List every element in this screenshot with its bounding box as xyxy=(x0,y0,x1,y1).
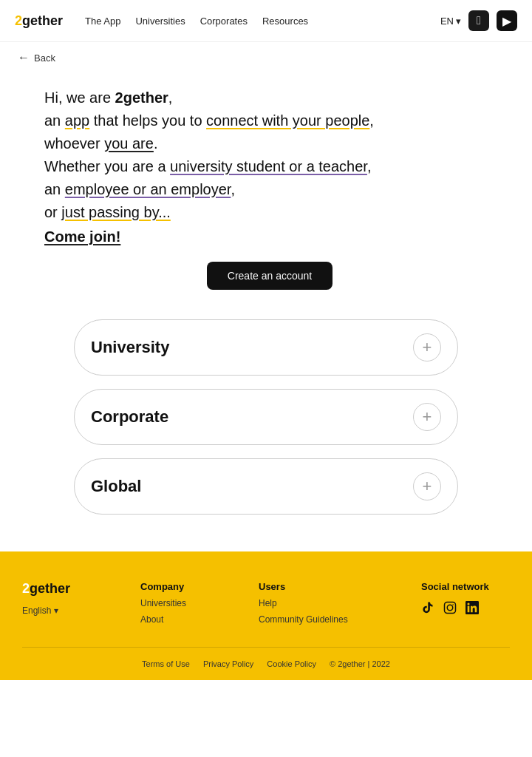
accordion-university[interactable]: University + xyxy=(74,319,458,376)
svg-point-2 xyxy=(452,604,454,605)
app-link[interactable]: app xyxy=(65,112,89,129)
tiktok-icon[interactable] xyxy=(421,601,434,618)
nav-universities[interactable]: Universities xyxy=(135,16,185,27)
footer-top: 2gether English ▾ Company Universities A… xyxy=(22,581,510,647)
nav-right: EN ▾  ▶ xyxy=(440,10,517,31)
accordion-global-plus-icon: + xyxy=(413,472,441,500)
accordion-section: University + Corporate + Global + xyxy=(0,312,532,529)
footer-logo-gether: gether xyxy=(30,581,70,597)
back-label: Back xyxy=(34,52,55,64)
linkedin-icon[interactable] xyxy=(466,601,479,618)
accordion-global-label: Global xyxy=(91,477,141,496)
footer-logo[interactable]: 2gether xyxy=(22,581,111,597)
connect-link[interactable]: connect with your people xyxy=(206,112,369,129)
nav-resources[interactable]: Resources xyxy=(262,16,308,27)
footer-logo-two: 2 xyxy=(22,581,30,597)
svg-point-1 xyxy=(447,605,453,611)
footer-company-col: Company Universities About xyxy=(140,581,229,625)
nav-links: The App Universities Corporates Resource… xyxy=(85,16,440,27)
footer-lang-chevron: ▾ xyxy=(54,605,58,616)
footer-users-help[interactable]: Help xyxy=(259,598,348,608)
footer-users-title: Users xyxy=(259,581,348,592)
back-row: ← Back xyxy=(0,42,532,73)
employee-link[interactable]: employee or an employer xyxy=(65,181,231,197)
play-store-icon[interactable]: ▶ xyxy=(497,10,517,31)
footer-social-col: Social network xyxy=(421,581,510,618)
brand-name: 2gether xyxy=(115,89,168,106)
hero-section: Hi, we are 2gether, an app that helps yo… xyxy=(0,73,532,312)
footer-social-icons xyxy=(421,601,510,618)
language-selector[interactable]: EN ▾ xyxy=(440,16,461,27)
footer-company-about[interactable]: About xyxy=(140,614,229,625)
hero-paragraph: Hi, we are 2gether, an app that helps yo… xyxy=(44,86,495,224)
svg-rect-0 xyxy=(445,602,456,614)
footer-lang-label: English xyxy=(22,605,51,616)
you-are-link[interactable]: you are xyxy=(104,135,154,152)
nav-logo[interactable]: 2gether xyxy=(15,13,63,29)
accordion-university-plus-icon: + xyxy=(413,333,441,361)
footer-language-selector[interactable]: English ▾ xyxy=(22,605,111,616)
footer-company-title: Company xyxy=(140,581,229,592)
privacy-policy-link[interactable]: Privacy Policy xyxy=(203,659,253,668)
come-join-text: Come join! xyxy=(44,225,120,248)
footer-users-col: Users Help Community Guidelines xyxy=(259,581,348,625)
footer: 2gether English ▾ Company Universities A… xyxy=(0,551,532,680)
create-account-button[interactable]: Create an account xyxy=(207,262,332,290)
terms-of-use-link[interactable]: Terms of Use xyxy=(142,659,190,668)
cookie-policy-link[interactable]: Cookie Policy xyxy=(267,659,316,668)
logo-two: 2 xyxy=(15,13,22,29)
back-button[interactable]: ← Back xyxy=(18,51,514,64)
footer-users-community[interactable]: Community Guidelines xyxy=(259,614,348,625)
accordion-corporate-label: Corporate xyxy=(91,407,168,427)
copyright-text: © 2gether | 2022 xyxy=(330,659,390,668)
accordion-corporate[interactable]: Corporate + xyxy=(74,389,458,445)
apple-store-icon[interactable]:  xyxy=(468,10,489,31)
accordion-corporate-plus-icon: + xyxy=(413,403,441,431)
nav-corporates[interactable]: Corporates xyxy=(200,16,248,27)
university-student-link[interactable]: university student or a teacher xyxy=(170,158,367,174)
accordion-global[interactable]: Global + xyxy=(74,458,458,515)
passing-by-link[interactable]: just passing by... xyxy=(61,204,170,220)
back-arrow-icon: ← xyxy=(18,51,30,64)
hero-hi: Hi, we are xyxy=(44,89,115,106)
footer-bottom: Terms of Use Privacy Policy Cookie Polic… xyxy=(22,647,510,680)
instagram-icon[interactable] xyxy=(443,601,457,618)
footer-social-title: Social network xyxy=(421,581,510,592)
navbar: 2gether The App Universities Corporates … xyxy=(0,0,532,42)
footer-company-universities[interactable]: Universities xyxy=(140,598,229,608)
nav-the-app[interactable]: The App xyxy=(85,16,120,27)
footer-logo-col: 2gether English ▾ xyxy=(22,581,111,616)
cta-row: Create an account xyxy=(44,262,495,290)
logo-gether: gether xyxy=(22,13,63,29)
accordion-university-label: University xyxy=(91,338,169,357)
